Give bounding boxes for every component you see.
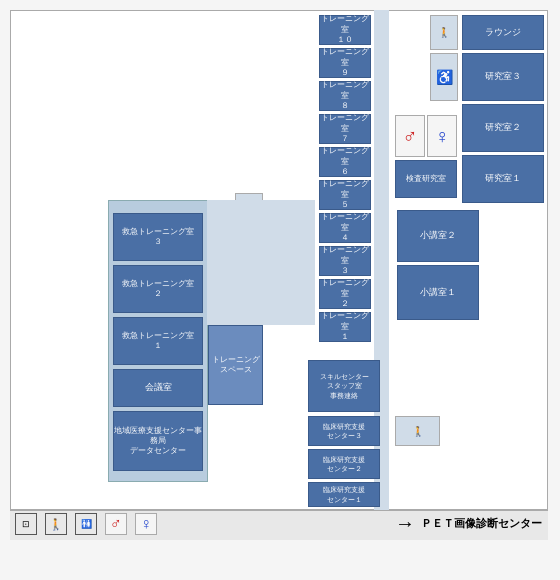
room-training-space: トレーニングスペース [208, 325, 263, 405]
room-koshitsu2: 小講室２ [397, 210, 479, 262]
room-tr5: トレーニング室５ [319, 180, 371, 210]
room-rinsho2: 臨床研究支援センター２ [308, 449, 380, 479]
room-tr1: トレーニング室１ [319, 312, 371, 342]
room-tr4: トレーニング室４ [319, 213, 371, 243]
pet-section: → ＰＥＴ画像診断センター [395, 512, 542, 535]
floor-map: ３号館３階「地域医療支援センター」 フロアマップ トレーニング室１０ トレーニン… [0, 0, 560, 580]
wc-female: ♀ [427, 115, 457, 157]
room-rinsho1: 臨床研究支援センター１ [308, 482, 380, 507]
room-tr9: トレーニング室９ [319, 48, 371, 78]
icon-elevator-bottom: ⊡ [15, 513, 37, 535]
room-chiiki-center: 地域医療支援センター事務局データセンター [113, 411, 203, 471]
icon-male-bottom: ♂ [105, 513, 127, 535]
room-tr6: トレーニング室６ [319, 147, 371, 177]
room-kyukyu3: 救急トレーニング室３ [113, 213, 203, 261]
pet-label: ＰＥＴ画像診断センター [421, 516, 542, 531]
room-kaigishitsu: 会議室 [113, 369, 203, 407]
room-tr10: トレーニング室１０ [319, 15, 371, 45]
elevator-icon: ♿ [430, 53, 458, 101]
room-kensashitsu: 検査研究室 [395, 160, 457, 198]
room-kenkyushitsu3: 研究室３ [462, 53, 544, 101]
wc-male: ♂ [395, 115, 425, 157]
room-tr8: トレーニング室８ [319, 81, 371, 111]
room-rinsho3: 臨床研究支援センター３ [308, 416, 380, 446]
bottom-icons-row: ⊡ 🚶 🚻 ♂ ♀ [15, 513, 157, 535]
icon-wc-bottom: 🚻 [75, 513, 97, 535]
room-tr3: トレーニング室３ [319, 246, 371, 276]
icon-female-bottom: ♀ [135, 513, 157, 535]
room-kenkyushitsu1: 研究室１ [462, 155, 544, 203]
stairs-top-right: 🚶 [430, 15, 458, 50]
room-tr2: トレーニング室２ [319, 279, 371, 309]
corridor-top [207, 200, 315, 212]
room-kenkyushitsu2: 研究室２ [462, 104, 544, 152]
room-tr7: トレーニング室７ [319, 114, 371, 144]
stairs-rinsho: 🚶 [395, 416, 440, 446]
room-lounge: ラウンジ [462, 15, 544, 50]
arrow-icon: → [395, 512, 415, 535]
room-kyukyu1: 救急トレーニング室１ [113, 317, 203, 365]
room-koshitsu1: 小講室１ [397, 265, 479, 320]
room-skill-center: スキルセンタースタッフ室事務連絡 [308, 360, 380, 412]
icon-stairs-bottom: 🚶 [45, 513, 67, 535]
room-kyukyu2: 救急トレーニング室２ [113, 265, 203, 313]
corridor-middle [207, 200, 315, 325]
